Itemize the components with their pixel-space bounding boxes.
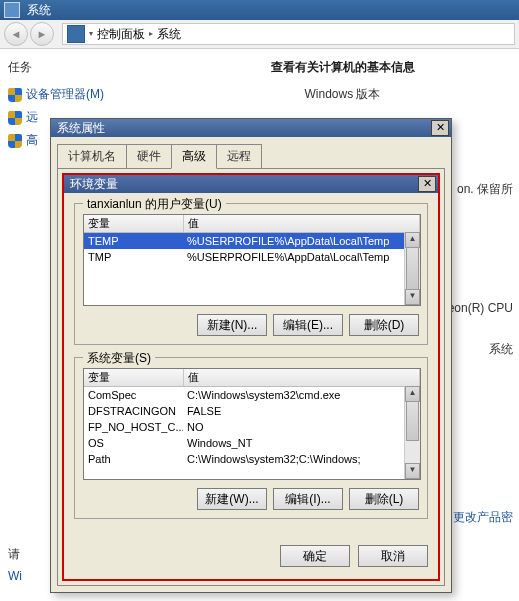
sidebar-item-device-manager[interactable]: 设备管理器(M)	[8, 86, 158, 103]
cell-var-name: DFSTRACINGON	[84, 403, 183, 419]
table-row[interactable]: ComSpec C:\Windows\system32\cmd.exe	[84, 387, 420, 403]
scroll-up-button[interactable]: ▲	[405, 386, 420, 402]
shield-icon	[8, 134, 22, 148]
edit-sys-var-button[interactable]: 编辑(I)...	[273, 488, 343, 510]
delete-user-var-button[interactable]: 删除(D)	[349, 314, 419, 336]
edit-user-var-button[interactable]: 编辑(E)...	[273, 314, 343, 336]
table-header-row: 变量 值	[84, 369, 420, 387]
chevron-down-icon: ▾	[89, 24, 93, 44]
info-text: 系统	[489, 341, 513, 358]
cell-var-name: TMP	[84, 249, 183, 265]
nav-forward-button[interactable]: ►	[30, 22, 54, 46]
system-icon	[4, 2, 20, 18]
cell-var-name: FP_NO_HOST_C...	[84, 419, 183, 435]
column-header-value[interactable]: 值	[184, 369, 420, 386]
user-variables-group: tanxianlun 的用户变量(U) 变量 值 TEMP %USERPROFI…	[74, 203, 428, 345]
column-header-variable[interactable]: 变量	[84, 215, 184, 232]
windows-version-label: Windows 版本	[174, 86, 511, 103]
system-properties-dialog: 系统属性 ✕ 计算机名 硬件 高级 远程 环境变量 ✕ tanxianlun 的…	[50, 118, 452, 593]
cell-var-value: C:\Windows\system32\cmd.exe	[183, 387, 420, 403]
cell-var-name: OS	[84, 435, 183, 451]
table-header-row: 变量 值	[84, 215, 420, 233]
control-panel-icon	[67, 25, 85, 43]
window-titlebar: 系统	[0, 0, 519, 20]
scroll-down-button[interactable]: ▼	[405, 289, 420, 305]
page-title: 查看有关计算机的基本信息	[174, 59, 511, 76]
sidebar-item-label: 远	[26, 109, 38, 126]
close-button[interactable]: ✕	[431, 120, 449, 136]
table-row[interactable]: Path C:\Windows\system32;C:\Windows;	[84, 451, 420, 467]
table-row[interactable]: DFSTRACINGON FALSE	[84, 403, 420, 419]
dialog-titlebar: 环境变量 ✕	[64, 175, 438, 193]
change-product-key-link[interactable]: 更改产品密	[453, 509, 513, 526]
sidebar-item-label: 高	[26, 132, 38, 149]
user-variables-table[interactable]: 变量 值 TEMP %USERPROFILE%\AppData\Local\Te…	[83, 214, 421, 306]
groupbox-title: tanxianlun 的用户变量(U)	[83, 196, 226, 213]
see-also-header: 请	[8, 547, 20, 561]
breadcrumb[interactable]: ▾ 控制面板 ▸ 系统	[62, 23, 515, 45]
breadcrumb-item[interactable]: 控制面板	[97, 24, 145, 44]
new-sys-var-button[interactable]: 新建(W)...	[197, 488, 267, 510]
cell-var-value: %USERPROFILE%\AppData\Local\Temp	[183, 249, 420, 265]
sidebar-item-label: 设备管理器(M)	[26, 86, 104, 103]
chevron-right-icon: ▸	[149, 24, 153, 44]
column-header-variable[interactable]: 变量	[84, 369, 184, 386]
system-variables-table[interactable]: 变量 值 ComSpec C:\Windows\system32\cmd.exe…	[83, 368, 421, 480]
cell-var-value: FALSE	[183, 403, 420, 419]
table-row[interactable]: OS Windows_NT	[84, 435, 420, 451]
scroll-thumb[interactable]	[406, 401, 419, 441]
environment-variables-dialog: 环境变量 ✕ tanxianlun 的用户变量(U) 变量 值 TEMP %US…	[62, 173, 440, 581]
dialog-titlebar: 系统属性 ✕	[51, 119, 451, 137]
scrollbar[interactable]: ▲ ▼	[404, 232, 420, 305]
tab-computer-name[interactable]: 计算机名	[57, 144, 127, 169]
cell-var-name: Path	[84, 451, 183, 467]
table-row[interactable]: TMP %USERPROFILE%\AppData\Local\Temp	[84, 249, 420, 265]
shield-icon	[8, 111, 22, 125]
scroll-down-button[interactable]: ▼	[405, 463, 420, 479]
cancel-button[interactable]: 取消	[358, 545, 428, 567]
cell-var-value: C:\Windows\system32;C:\Windows;	[183, 451, 420, 467]
cell-var-name: ComSpec	[84, 387, 183, 403]
breadcrumb-item[interactable]: 系统	[157, 24, 181, 44]
shield-icon	[8, 88, 22, 102]
tab-panel-advanced: 环境变量 ✕ tanxianlun 的用户变量(U) 变量 值 TEMP %US…	[57, 168, 445, 586]
tasks-header: 任务	[8, 59, 158, 76]
system-variables-group: 系统变量(S) 变量 值 ComSpec C:\Windows\system32…	[74, 357, 428, 519]
delete-sys-var-button[interactable]: 删除(L)	[349, 488, 419, 510]
cell-var-value: NO	[183, 419, 420, 435]
cell-var-value: %USERPROFILE%\AppData\Local\Temp	[183, 233, 420, 249]
nav-toolbar: ◄ ► ▾ 控制面板 ▸ 系统	[0, 20, 519, 49]
groupbox-title: 系统变量(S)	[83, 350, 155, 367]
table-row[interactable]: FP_NO_HOST_C... NO	[84, 419, 420, 435]
tab-advanced[interactable]: 高级	[171, 144, 217, 169]
scroll-up-button[interactable]: ▲	[405, 232, 420, 248]
cell-var-name: TEMP	[84, 233, 183, 249]
see-also-link[interactable]: Wi	[8, 569, 22, 583]
window-title: 系统	[27, 3, 51, 17]
tab-remote[interactable]: 远程	[216, 144, 262, 169]
scroll-thumb[interactable]	[406, 247, 419, 290]
new-user-var-button[interactable]: 新建(N)...	[197, 314, 267, 336]
see-also-section: 请 Wi	[8, 546, 22, 583]
dialog-title: 系统属性	[57, 121, 105, 135]
tab-hardware[interactable]: 硬件	[126, 144, 172, 169]
cell-var-value: Windows_NT	[183, 435, 420, 451]
nav-back-button[interactable]: ◄	[4, 22, 28, 46]
info-text: on. 保留所	[457, 181, 513, 198]
dialog-title: 环境变量	[70, 177, 118, 191]
tab-strip: 计算机名 硬件 高级 远程	[51, 137, 451, 168]
scrollbar[interactable]: ▲ ▼	[404, 386, 420, 479]
table-row[interactable]: TEMP %USERPROFILE%\AppData\Local\Temp	[84, 233, 420, 249]
ok-button[interactable]: 确定	[280, 545, 350, 567]
column-header-value[interactable]: 值	[184, 215, 420, 232]
close-button[interactable]: ✕	[418, 176, 436, 192]
